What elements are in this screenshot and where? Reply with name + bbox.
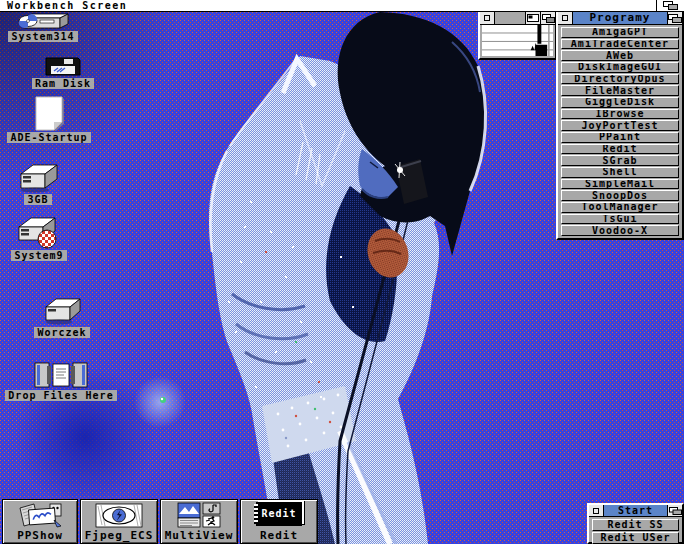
program-button-snoopdos[interactable]: SnoopDos	[561, 190, 679, 201]
desktop-icon-drop-files-here[interactable]: Drop Files Here	[0, 361, 122, 401]
icon-label: Worczek	[34, 327, 89, 338]
depth-gadget[interactable]	[667, 505, 682, 516]
programy-button-list: AmigaGPT AmiTradeCenter AWeb DiskImageGU…	[559, 26, 681, 237]
dock-label: Redit	[260, 530, 298, 542]
dock-button-redit[interactable]: Redit Redit	[240, 499, 318, 544]
graph-window-titlebar[interactable]	[480, 12, 555, 25]
depth-gadget[interactable]	[667, 12, 682, 24]
program-button-voodoo-x[interactable]: Voodoo-X	[561, 225, 679, 236]
document-icon	[32, 96, 66, 131]
icon-label: ADE-Startup	[7, 132, 90, 143]
program-button-giggledisk[interactable]: GiggleDisk	[561, 97, 679, 108]
depth-icon	[542, 14, 555, 23]
redit-notepad-icon: Redit	[256, 502, 302, 526]
programy-window[interactable]: Programy AmigaGPT AmiTradeCenter AWeb Di…	[556, 10, 684, 240]
desktop-icon-ade-startup[interactable]: ADE-Startup	[6, 96, 92, 143]
program-button-filemaster[interactable]: FileMaster	[561, 85, 679, 96]
close-icon	[562, 15, 568, 21]
dock-label: MultiView	[165, 530, 234, 542]
spiral-binding	[254, 504, 258, 524]
harddisk-boingball-icon	[15, 216, 63, 249]
desktop-icon-worczek[interactable]: Worczek	[33, 297, 91, 338]
program-button-toolmanager[interactable]: ToolManager	[561, 202, 679, 213]
icon-label: System314	[8, 31, 77, 42]
close-gadget[interactable]	[480, 12, 495, 24]
programy-titlebar[interactable]: Programy	[558, 12, 682, 25]
harddisk-icon	[17, 162, 59, 193]
harddisk-icon	[42, 297, 82, 326]
program-button-aweb[interactable]: AWeb	[561, 50, 679, 61]
program-button-redit[interactable]: Redit	[561, 144, 679, 155]
close-icon	[593, 508, 599, 514]
icon-label: Ram Disk	[32, 78, 94, 89]
zoom-gadget[interactable]	[525, 12, 540, 24]
program-button-diskimagegui[interactable]: DiskImageGUI	[561, 62, 679, 73]
dock-label: PPShow	[17, 530, 63, 542]
multiview-grid-icon	[177, 502, 221, 529]
program-button-ibrowse[interactable]: IBrowse	[561, 109, 679, 120]
depth-icon	[668, 14, 682, 23]
desktop-icon-ram-disk[interactable]: Ram Disk	[28, 56, 98, 89]
screen-titlebar[interactable]: Workbench Screen	[0, 0, 684, 12]
programy-title: Programy	[573, 12, 667, 24]
program-button-ppaint[interactable]: PPaint	[561, 132, 679, 143]
icon-label: System9	[11, 250, 66, 261]
start-button-redit-ss[interactable]: Redit SS	[592, 519, 679, 531]
start-title: Start	[604, 505, 667, 516]
usage-graph-canvas	[482, 25, 553, 56]
program-button-joyporttest[interactable]: JoyPortTest	[561, 120, 679, 131]
close-icon	[484, 15, 490, 21]
program-button-amigagpt[interactable]: AmigaGPT	[561, 27, 679, 38]
dock-label: Fjpeg_ECS	[85, 530, 154, 542]
dock-button-multiview[interactable]: MultiView	[160, 499, 238, 544]
icon-label: 3GB	[24, 194, 51, 205]
program-button-shell[interactable]: Shell	[561, 167, 679, 178]
ppshow-picture-icon	[16, 502, 64, 529]
dock-button-fjpeg-ecs[interactable]: Fjpeg_ECS	[80, 499, 158, 544]
screen-title: Workbench Screen	[0, 0, 656, 11]
depth-gadget[interactable]	[540, 12, 555, 24]
zoom-icon	[527, 14, 539, 22]
icon-label: Drop Files Here	[5, 390, 116, 401]
floppy-icon	[44, 56, 82, 77]
screen-depth-gadget[interactable]	[656, 0, 684, 11]
close-gadget[interactable]	[589, 505, 604, 516]
depth-icon	[669, 507, 682, 515]
program-button-simplemail[interactable]: SimpleMail	[561, 179, 679, 190]
desktop-icon-system9[interactable]: System9	[9, 216, 69, 261]
start-button-list: Redit SS Redit USer	[590, 518, 681, 541]
harddisk-cd-icon	[16, 13, 70, 30]
drop-drawer-icon	[33, 361, 89, 389]
fjpeg-eye-icon	[93, 502, 145, 529]
program-button-directoryopus[interactable]: DirectoryOpus	[561, 74, 679, 85]
start-titlebar[interactable]: Start	[589, 505, 682, 517]
dock-button-ppshow[interactable]: PPShow	[2, 499, 78, 544]
graph-window[interactable]	[478, 10, 557, 60]
program-button-amitradecenter[interactable]: AmiTradeCenter	[561, 39, 679, 50]
desktop-icon-3gb[interactable]: 3GB	[16, 162, 60, 205]
program-button-sgrab[interactable]: SGrab	[561, 155, 679, 166]
start-button-redit-user[interactable]: Redit USer	[592, 532, 679, 544]
workbench-screen: Workbench Screen	[0, 0, 684, 544]
program-button-tsgui[interactable]: TsGui	[561, 214, 679, 225]
desktop-icon-system314[interactable]: System314	[4, 13, 82, 42]
close-gadget[interactable]	[558, 12, 573, 24]
start-window[interactable]: Start Redit SS Redit USer	[587, 503, 684, 544]
depth-icon	[662, 1, 680, 11]
